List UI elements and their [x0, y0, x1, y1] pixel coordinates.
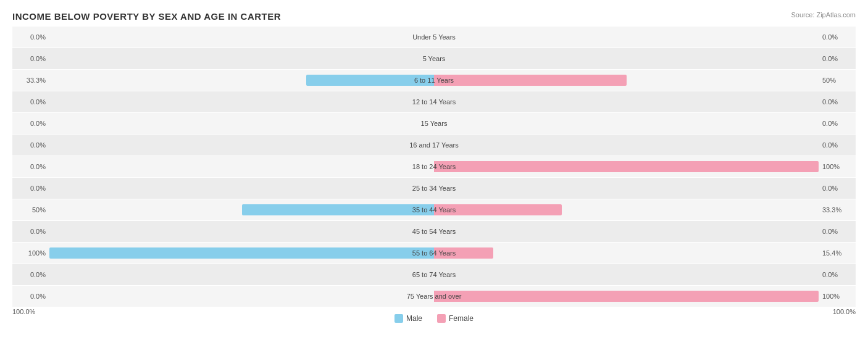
half-right	[434, 52, 819, 65]
table-row: 0.0% 65 to 74 Years 0.0%	[12, 264, 856, 285]
half-right	[434, 225, 819, 238]
right-value: 0.0%	[819, 120, 856, 127]
right-value: 0.0%	[819, 33, 856, 41]
right-value: 0.0%	[819, 185, 856, 192]
left-value: 0.0%	[12, 98, 49, 106]
half-right	[434, 181, 819, 195]
bars-section: 55 to 64 Years	[49, 243, 819, 264]
left-value: 0.0%	[12, 141, 49, 149]
half-right	[434, 30, 819, 44]
left-value: 0.0%	[12, 271, 49, 278]
half-left	[49, 203, 434, 217]
half-right	[434, 268, 819, 281]
table-row: 0.0% 18 to 24 Years 100%	[12, 156, 856, 177]
female-legend-label: Female	[449, 314, 474, 323]
legend-female: Female	[437, 314, 474, 323]
male-bar	[306, 75, 434, 86]
bars-inner: 18 to 24 Years	[49, 160, 819, 173]
half-left	[49, 225, 434, 238]
left-value: 0.0%	[12, 120, 49, 127]
half-right	[434, 246, 819, 260]
bars-inner: 16 and 17 Years	[49, 138, 819, 152]
half-right	[434, 117, 819, 130]
half-right	[434, 73, 819, 87]
half-right	[434, 160, 819, 173]
male-legend-box	[394, 314, 403, 323]
bars-section: 75 Years and over	[49, 286, 819, 307]
half-right	[434, 138, 819, 152]
bars-inner: 75 Years and over	[49, 289, 819, 303]
bars-inner: 45 to 54 Years	[49, 225, 819, 238]
left-value: 50%	[12, 206, 49, 214]
half-left	[49, 246, 434, 260]
bars-inner: 12 to 14 Years	[49, 95, 819, 109]
bars-inner: 6 to 11 Years	[49, 73, 819, 87]
right-value: 0.0%	[819, 228, 856, 235]
bars-section: 15 Years	[49, 113, 819, 134]
bars-section: 16 and 17 Years	[49, 135, 819, 156]
bars-section: 35 to 44 Years	[49, 199, 819, 220]
table-row: 0.0% 25 to 34 Years 0.0%	[12, 178, 856, 199]
bars-inner: 25 to 34 Years	[49, 181, 819, 195]
right-value: 0.0%	[819, 98, 856, 106]
bars-section: 18 to 24 Years	[49, 156, 819, 177]
source-text: Source: ZipAtlas.com	[791, 11, 856, 19]
left-value: 0.0%	[12, 293, 49, 300]
male-bar	[49, 247, 434, 259]
half-left	[49, 268, 434, 281]
female-legend-box	[437, 314, 446, 323]
half-left	[49, 52, 434, 65]
half-left	[49, 30, 434, 44]
bars-inner: 5 Years	[49, 52, 819, 65]
legend-male: Male	[394, 314, 422, 323]
right-value: 100%	[819, 163, 856, 170]
table-row: 0.0% 5 Years 0.0%	[12, 48, 856, 69]
table-row: 50% 35 to 44 Years 33.3%	[12, 199, 856, 220]
half-left	[49, 160, 434, 173]
bottom-right-label: 100.0%	[833, 308, 856, 315]
female-bar	[434, 204, 562, 215]
half-left	[49, 181, 434, 195]
half-left	[49, 138, 434, 152]
table-row: 0.0% 12 to 14 Years 0.0%	[12, 91, 856, 112]
bars-section: 5 Years	[49, 48, 819, 69]
half-left	[49, 73, 434, 87]
right-value: 0.0%	[819, 55, 856, 62]
right-value: 15.4%	[819, 249, 856, 257]
bars-section: 25 to 34 Years	[49, 178, 819, 199]
table-row: 0.0% Under 5 Years 0.0%	[12, 27, 856, 48]
half-right	[434, 203, 819, 217]
chart-title: INCOME BELOW POVERTY BY SEX AND AGE IN C…	[12, 11, 856, 22]
legend: Male Female	[12, 314, 856, 323]
female-bar	[434, 291, 819, 302]
female-bar	[434, 161, 819, 172]
bars-section: 12 to 14 Years	[49, 91, 819, 112]
table-row: 100% 55 to 64 Years 15.4%	[12, 243, 856, 264]
left-value: 33.3%	[12, 77, 49, 84]
table-row: 0.0% 45 to 54 Years 0.0%	[12, 221, 856, 242]
chart-container: INCOME BELOW POVERTY BY SEX AND AGE IN C…	[0, 0, 868, 345]
half-right	[434, 289, 819, 303]
right-value: 0.0%	[819, 141, 856, 149]
right-value: 0.0%	[819, 271, 856, 278]
female-bar	[434, 75, 627, 86]
left-value: 0.0%	[12, 228, 49, 235]
bars-inner: 55 to 64 Years	[49, 246, 819, 260]
bars-section: 45 to 54 Years	[49, 221, 819, 242]
left-value: 0.0%	[12, 55, 49, 62]
right-value: 100%	[819, 293, 856, 300]
bars-inner: Under 5 Years	[49, 30, 819, 44]
left-value: 0.0%	[12, 185, 49, 192]
female-bar	[434, 247, 493, 259]
bars-section: 65 to 74 Years	[49, 264, 819, 285]
half-left	[49, 289, 434, 303]
male-legend-label: Male	[406, 314, 422, 323]
right-value: 33.3%	[819, 206, 856, 214]
bars-inner: 65 to 74 Years	[49, 268, 819, 281]
half-right	[434, 95, 819, 109]
half-left	[49, 95, 434, 109]
table-row: 0.0% 15 Years 0.0%	[12, 113, 856, 134]
bars-section: 6 to 11 Years	[49, 70, 819, 91]
right-value: 50%	[819, 77, 856, 84]
left-value: 0.0%	[12, 163, 49, 170]
